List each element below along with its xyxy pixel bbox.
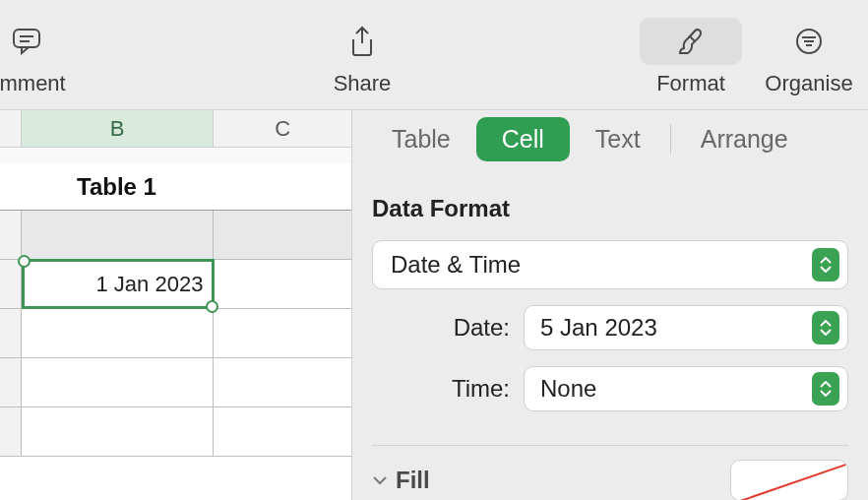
organise-icon bbox=[795, 28, 823, 55]
cell[interactable] bbox=[22, 309, 214, 357]
spreadsheet[interactable]: B C Table 1 1 Jan 2023 bbox=[0, 110, 352, 500]
data-format-value: Date & Time bbox=[391, 251, 521, 279]
fill-label: Fill bbox=[396, 467, 430, 494]
chevron-down-icon bbox=[372, 474, 388, 486]
comment-label: omment bbox=[0, 71, 78, 96]
cell[interactable] bbox=[214, 309, 351, 357]
time-format-select[interactable]: None bbox=[524, 366, 848, 411]
row-header-stub[interactable] bbox=[0, 309, 22, 357]
divider bbox=[372, 445, 848, 446]
time-format-value: None bbox=[540, 375, 596, 403]
cell-b2[interactable]: 1 Jan 2023 bbox=[22, 260, 214, 308]
cell[interactable] bbox=[214, 358, 351, 406]
cell-c2[interactable] bbox=[214, 260, 351, 308]
cell[interactable] bbox=[22, 358, 214, 406]
stepper-icon bbox=[812, 372, 839, 406]
table-header-row bbox=[0, 211, 351, 260]
header-cell[interactable] bbox=[214, 211, 351, 259]
share-icon bbox=[349, 26, 375, 57]
column-header-c[interactable]: C bbox=[214, 110, 351, 147]
share-button[interactable]: Share bbox=[311, 18, 413, 96]
cell[interactable] bbox=[214, 407, 351, 456]
row-header-stub[interactable] bbox=[0, 407, 22, 456]
tab-text[interactable]: Text bbox=[570, 117, 666, 161]
format-inspector: Table Cell Text Arrange Data Format Date… bbox=[352, 110, 868, 500]
tab-cell[interactable]: Cell bbox=[476, 117, 570, 161]
column-headers: B C bbox=[0, 110, 351, 148]
table-row: 1 Jan 2023 bbox=[0, 260, 351, 309]
svg-rect-0 bbox=[14, 30, 39, 47]
data-format-select[interactable]: Date & Time bbox=[372, 240, 848, 289]
table-row bbox=[0, 358, 351, 407]
row-header-stub[interactable] bbox=[0, 358, 22, 406]
date-label: Date: bbox=[372, 314, 510, 342]
toolbar: omment Share Format bbox=[0, 0, 868, 110]
stepper-icon bbox=[812, 248, 839, 281]
date-format-select[interactable]: 5 Jan 2023 bbox=[524, 305, 848, 350]
tab-separator bbox=[670, 124, 671, 154]
column-header-b[interactable]: B bbox=[22, 110, 214, 147]
row-header-stub[interactable] bbox=[0, 211, 22, 259]
row-header-stub[interactable] bbox=[0, 260, 22, 308]
cell[interactable] bbox=[22, 407, 214, 456]
comment-icon bbox=[12, 28, 41, 55]
table-row bbox=[0, 407, 351, 457]
corner-cell[interactable] bbox=[0, 110, 22, 147]
tab-arrange[interactable]: Arrange bbox=[675, 117, 814, 161]
organise-label: Organise bbox=[758, 71, 860, 96]
fill-disclosure[interactable]: Fill bbox=[372, 467, 430, 494]
data-format-heading: Data Format bbox=[352, 167, 868, 234]
organise-button[interactable]: Organise bbox=[758, 18, 860, 96]
stepper-icon bbox=[812, 311, 839, 344]
tab-table[interactable]: Table bbox=[366, 117, 476, 161]
share-label: Share bbox=[311, 71, 413, 96]
format-label: Format bbox=[640, 71, 742, 96]
date-format-value: 5 Jan 2023 bbox=[540, 314, 657, 342]
table-title[interactable]: Table 1 bbox=[0, 163, 351, 211]
fill-color-well[interactable] bbox=[730, 460, 848, 500]
time-label: Time: bbox=[372, 375, 510, 403]
header-cell[interactable] bbox=[22, 211, 214, 259]
paintbrush-icon bbox=[677, 27, 705, 56]
format-button[interactable]: Format bbox=[640, 18, 742, 96]
table-row bbox=[0, 309, 351, 358]
inspector-tabs: Table Cell Text Arrange bbox=[352, 110, 868, 167]
comment-button[interactable]: omment bbox=[0, 18, 78, 96]
